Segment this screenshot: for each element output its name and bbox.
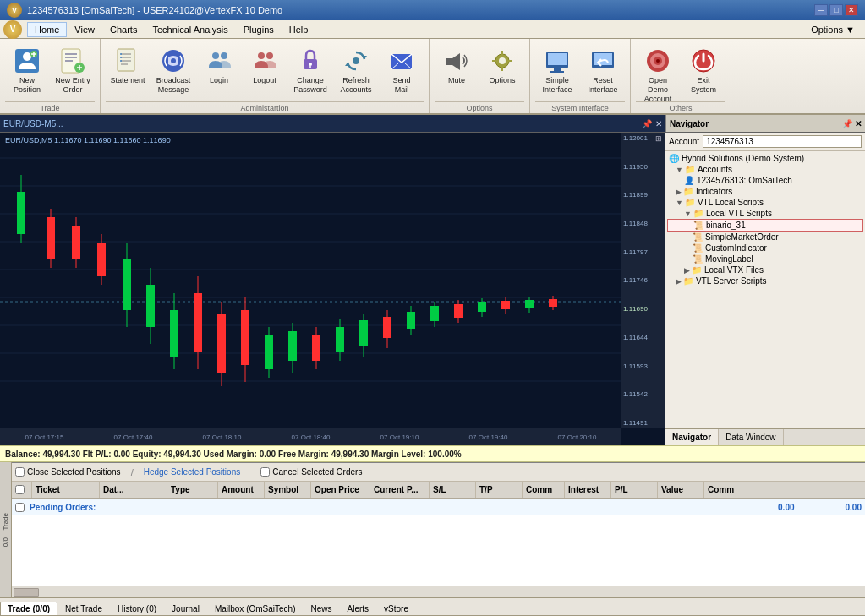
hedge-selected-label[interactable]: Hedge Selected Positions [144,467,241,477]
tab-alerts[interactable]: Alerts [340,602,377,615]
menu-technical-analysis[interactable]: Technical Analysis [145,22,235,37]
svg-rect-41 [548,53,567,65]
th-type[interactable]: Type [167,482,218,498]
close-selected-label: Close Selected Positions [27,467,121,477]
th-amount[interactable]: Amount [218,482,265,498]
tree-item-binario31[interactable]: 📜 binario_31 [667,219,863,232]
th-interest[interactable]: Interest [565,482,611,498]
tree-item-accounts[interactable]: ▼ 📁 Accounts [667,164,863,175]
tab-mailbox[interactable]: Mailbox (OmSaiTech) [207,602,304,615]
statement-icon [114,47,141,74]
cancel-selected-orders-check[interactable]: Cancel Selected Orders [260,467,362,477]
minimize-button[interactable]: ─ [814,4,828,16]
account-input[interactable] [703,135,862,148]
logout-button[interactable]: Logout [243,44,287,101]
open-demo-account-button[interactable]: Open DemoAccount [636,44,680,101]
close-selected-positions-check[interactable]: Close Selected Positions [15,467,121,477]
accounts-folder-icon: 📁 [685,165,695,174]
send-mail-button[interactable]: SendMail [380,44,424,101]
tree-item-simple-market-order[interactable]: 📜 SimpleMarketOrder [667,232,863,243]
menu-view[interactable]: View [67,22,102,37]
th-tp[interactable]: T/P [476,482,523,498]
menu-plugins[interactable]: Plugins [236,22,282,37]
expand-accounts-icon[interactable]: ▼ [676,166,683,174]
menu-help[interactable]: Help [282,22,316,37]
pending-orders-checkbox[interactable] [15,503,25,512]
menu-options[interactable]: Options ▼ [804,23,862,36]
tab-history[interactable]: History (0) [110,602,164,615]
navigator-pin-icon[interactable]: 📌 [842,119,852,128]
expand-indicators-icon[interactable]: ▶ [676,188,682,196]
svg-point-27 [309,63,312,66]
scroll-thumb[interactable] [14,588,39,597]
refresh-accounts-button[interactable]: RefreshAccounts [334,44,378,101]
data-window-tab[interactable]: Data Window [719,429,783,445]
chart-zoom-icon[interactable]: ⊞ [655,134,662,143]
tab-vstore[interactable]: vStore [376,602,416,615]
th-date[interactable]: Dat... [100,482,167,498]
mute-button[interactable]: Mute [435,44,479,101]
expand-vtx-icon[interactable]: ▶ [684,266,690,275]
broadcast-message-button[interactable]: BroadcastMessage [151,44,195,101]
th-comm2[interactable]: Comm [704,482,747,498]
th-current-price[interactable]: Current P... [370,482,430,498]
tab-journal[interactable]: Journal [164,602,207,615]
reset-interface-button[interactable]: ResetInterface [581,44,625,101]
horizontal-scrollbar[interactable] [12,586,865,597]
options-button[interactable]: Options [480,44,524,101]
select-all-checkbox[interactable] [15,485,25,494]
close-selected-checkbox[interactable] [15,467,25,477]
ribbon-group-administration: Statement BroadcastMessage [101,39,430,113]
tree-item-local-vtx-files[interactable]: ▶ 📁 Local VTX Files [667,264,863,275]
close-button[interactable]: ✕ [845,4,858,16]
th-sl[interactable]: S/L [430,482,476,498]
chart-pin-icon[interactable]: 📌 [642,119,652,128]
simple-interface-button[interactable]: SimpleInterface [535,44,579,101]
expand-server-scripts-icon[interactable]: ▶ [676,277,682,286]
statement-button[interactable]: Statement [106,44,150,101]
ratio-vtab[interactable]: 0/0 [0,534,11,550]
th-open-price[interactable]: Open Price [311,482,370,498]
login-button[interactable]: Login [197,44,241,101]
trade-vtab[interactable]: Trade [0,510,11,534]
tree-item-vtl-local-scripts[interactable]: ▼ 📁 VTL Local Scripts [667,197,863,208]
tree-item-hybrid[interactable]: 🌐 Hybrid Solutions (Demo System) [667,153,863,164]
tab-trade[interactable]: Trade (0/0) [0,602,57,615]
maximize-button[interactable]: □ [829,4,843,16]
chart-close-icon[interactable]: ✕ [655,119,662,128]
pending-orders-label: Pending Orders: [30,503,96,512]
tab-news[interactable]: News [303,602,339,615]
expand-vtl-scripts-icon[interactable]: ▼ [676,199,683,207]
th-ticket[interactable]: Ticket [32,482,100,498]
new-entry-order-button[interactable]: New EntryOrder [51,44,95,101]
tab-net-trade[interactable]: Net Trade [57,602,110,615]
th-value[interactable]: Value [658,482,704,498]
tree-item-label: Hybrid Solutions (Demo System) [682,154,804,163]
th-pl[interactable]: P/L [611,482,658,498]
app-menu-logo[interactable]: V [3,20,22,39]
expand-local-vtl-icon[interactable]: ▼ [684,210,692,218]
menu-charts[interactable]: Charts [102,22,145,37]
exit-system-button[interactable]: ExitSystem [682,44,725,101]
tree-item-custom-indicator[interactable]: 📜 CustomIndicator [667,243,863,253]
navigator-tab[interactable]: Navigator [665,429,719,445]
tree-item-vtl-server-scripts[interactable]: ▶ 📁 VTL Server Scripts [667,275,863,286]
change-password-button[interactable]: ChangePassword [288,44,332,101]
new-position-button[interactable]: NewPosition [5,44,49,101]
ribbon-group-others: Open DemoAccount ExitSystem Others [631,39,731,113]
tree-item-account-number[interactable]: 👤 1234576313: OmSaiTech [667,175,863,186]
ribbon-system-buttons: SimpleInterface ResetInterface [535,42,625,101]
cancel-selected-checkbox[interactable] [260,467,270,477]
chart-controls: 📌 ✕ [642,119,662,128]
navigator-controls: 📌 ✕ [842,119,862,128]
tree-item-indicators[interactable]: ▶ 📁 Indicators [667,186,863,197]
price-axis: 1.12001 1.11950 1.11899 1.11848 1.11797 … [621,133,665,428]
th-symbol[interactable]: Symbol [265,482,311,498]
svg-rect-68 [97,243,106,276]
tree-item-local-vtl-scripts[interactable]: ▼ 📁 Local VTL Scripts [667,208,863,219]
navigator-close-icon[interactable]: ✕ [855,119,862,128]
th-comm[interactable]: Comm [523,482,565,498]
options-icon [489,47,516,74]
tree-item-moving-label[interactable]: 📜 MovingLabel [667,253,863,264]
menu-home[interactable]: Home [27,22,67,37]
